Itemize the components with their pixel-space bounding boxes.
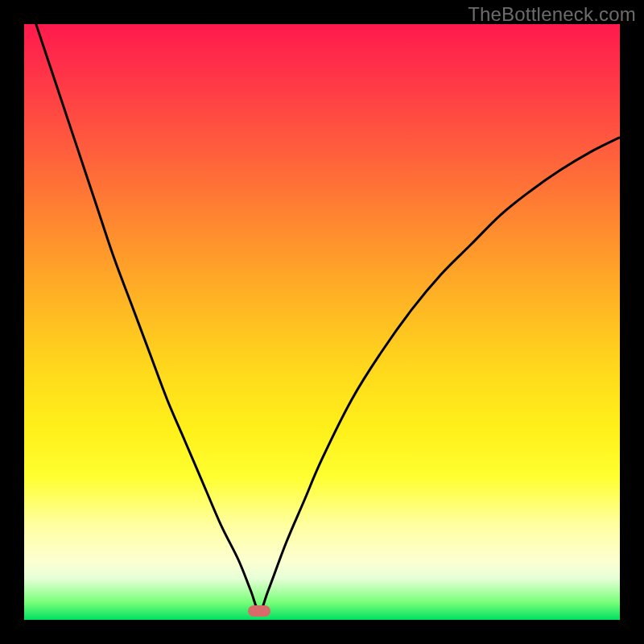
bottleneck-curve	[24, 0, 620, 611]
curve-layer	[24, 24, 620, 620]
optimal-marker	[248, 605, 270, 617]
watermark-text: TheBottleneck.com	[468, 3, 636, 26]
plot-area	[24, 24, 620, 620]
chart-frame: TheBottleneck.com	[0, 0, 644, 644]
